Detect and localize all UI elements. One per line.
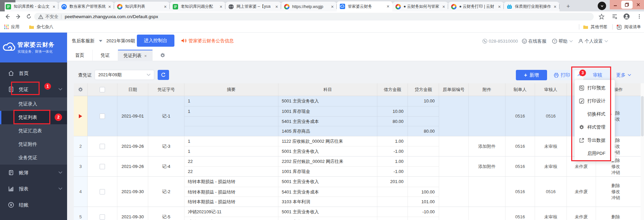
op-link-冲销[interactable]: 冲销 [611,170,626,176]
debit-column: 10.0080.00 [377,96,408,136]
new-tab-button[interactable]: + [564,2,572,10]
forward-icon[interactable] [15,13,21,20]
bookmark-folder[interactable]: 杂七杂八 [29,21,53,32]
page-tab-凭证[interactable]: 凭证 [93,50,118,61]
column-header-科目[interactable]: 科目 [278,83,377,96]
sidebar-item-label: 结账 [19,202,29,208]
column-header-审核人[interactable]: 审核人 [535,83,567,96]
table-scrollbar-thumb[interactable] [641,96,644,136]
browser-tab[interactable]: 老知识库问题分配× [170,2,225,11]
attachment-cell[interactable]: 添加附件 [469,136,505,156]
browser-tab[interactable]: ● 云财务打印 | 云财× [448,2,504,11]
help-menu[interactable]: ? 帮助 [552,33,572,50]
print-button[interactable]: 打印 [549,70,575,80]
maximize-button[interactable] [621,1,633,9]
sidebar-item-凭证附件[interactable]: 凭证附件 [0,138,67,151]
row-checkbox[interactable] [88,207,117,220]
close-button[interactable] [633,0,644,9]
enter-console-button[interactable]: 进入控制台 [137,35,174,47]
browser-tab[interactable]: https://help.wsgjp× [281,2,337,11]
not-secure-icon [38,14,43,19]
voucher-row[interactable]: 2021-09-01记-1115001 主营业务收入1001 库存现金5401 … [74,96,641,136]
tab-close-icon[interactable]: × [53,4,55,9]
account-column: 5001 主营业务收入5401 主营业务成本3103 本年利润 [278,177,377,207]
row-checkbox[interactable] [88,157,117,176]
voucher-row[interactable]: 52021-09-30记-5冲销202109记-11冲销202109记-1150… [74,207,641,220]
tabs-settings-gear-icon[interactable] [160,50,165,61]
sidebar-item-账簿[interactable]: 账簿 [0,165,67,181]
browser-tab[interactable]: 数当家客户管理系统× [58,2,114,11]
row-checkbox[interactable] [88,136,117,156]
sidebar-item-首页[interactable]: 首页 [0,65,67,81]
minimize-button[interactable] [610,0,621,9]
column-header-凭证字号[interactable]: 凭证字号 [148,83,184,96]
voucher-row[interactable]: 32021-09-26记-422222202 应付账款_00002 网店往来10… [74,157,641,177]
browser-tab[interactable]: 网上管家婆 –【yua× [225,2,281,11]
sidebar-item-报表[interactable]: 报表 [0,181,67,197]
tab-close-icon[interactable]: × [108,4,111,9]
browser-tab[interactable]: 保质期行业期初操作× [504,2,559,11]
tab-close-icon[interactable]: × [164,4,167,9]
page-tab-首页[interactable]: 首页 [67,50,93,61]
entry-line: 2202 应付账款_00002 网店往来 [278,157,377,166]
period-select[interactable]: 2021年09期 [95,70,154,80]
voucher-row[interactable]: 42021-09-30记-2结转本期损益 - 损益结转结转本期损益 - 损益结转… [74,177,641,207]
row-checkbox[interactable] [88,96,117,136]
op-link-修改[interactable]: 修改 [611,189,626,195]
tab-close-icon[interactable]: × [220,4,222,9]
address-bar[interactable]: 不安全 peethewmain.zhangyuxia.com.cn/Defaul… [34,13,594,20]
column-header-制单人[interactable]: 制单人 [505,83,535,96]
browser-tab[interactable]: 管家婆云财务× [337,1,392,11]
column-header-借方金额[interactable]: 借方金额 [377,83,408,96]
column-header-摘要[interactable]: 摘要 [184,83,278,96]
sidebar-item-凭证汇总表[interactable]: 凭证汇总表 [0,124,67,138]
tab-close-icon[interactable]: × [275,4,278,9]
sidebar-item-业务凭证[interactable]: 业务凭证 [0,151,67,165]
personal-settings-menu[interactable]: 个人设置 [578,33,607,50]
attachment-cell[interactable]: 添加附件 [469,157,505,176]
online-service[interactable]: 在线客服 [522,33,546,50]
reading-list[interactable]: 阅读清单 [616,21,641,32]
column-header-日期[interactable]: 日期 [117,83,148,96]
browser-tab[interactable]: 知识库列表× [114,2,170,11]
op-link-删除[interactable]: 删除 [611,183,626,189]
op-link-修改[interactable]: 修改 [611,164,626,170]
browser-tab[interactable]: 知识库质检 - 金山文× [3,2,58,11]
tab-close-icon[interactable]: × [498,4,501,9]
reload-icon[interactable] [25,13,32,20]
summary-column: 结转本期损益 - 损益结转结转本期损益 - 损益结转结转本期损益 - 损益结转 [184,177,278,207]
apps-shortcut[interactable]: 应用 [4,21,19,32]
refresh-button[interactable] [158,70,169,80]
column-header-贷方金额[interactable]: 贷方金额 [408,83,439,96]
page-tab-凭证列表[interactable]: 凭证列表× [118,50,153,61]
add-voucher-button[interactable]: +新增 [516,70,547,80]
other-bookmarks[interactable]: 其他书签 [583,21,607,32]
tab-close-icon[interactable]: × [331,4,334,9]
select-chevron-icon [147,74,151,76]
tab-close-icon[interactable]: × [442,4,445,9]
tab-close-icon[interactable]: × [387,4,389,9]
table-settings-gear-icon[interactable] [74,83,88,96]
column-header-附件[interactable]: 附件 [469,83,505,96]
tab-close-icon[interactable]: × [554,4,556,9]
profile-avatar[interactable] [623,13,630,20]
tab-close-icon[interactable]: × [144,53,147,58]
summary-column: 冲销202109记-11冲销202109记-11 [184,207,278,220]
column-header-原单据编号[interactable]: 原单据编号 [439,83,469,96]
voucher-row[interactable]: 22021-09-26记-3111122 应收账款_00002 网店往来5001… [74,136,641,157]
more-button[interactable]: 更多 [616,70,631,80]
bookmark-star-icon[interactable] [598,13,605,20]
media-control-button[interactable] [598,2,606,10]
account-name[interactable]: 售后客服新 [72,38,95,44]
op-link-删除[interactable]: 删除 [611,214,626,220]
browser-tab[interactable]: ● 云财务如何与管家× [392,2,448,11]
announcement-link[interactable]: 管家婆云财务公告信息 [189,38,234,44]
sidebar-item-结账[interactable]: 结账 [0,197,67,213]
back-icon[interactable] [4,13,11,20]
select-all-checkbox[interactable] [88,83,117,96]
row-checkbox[interactable] [88,177,117,207]
op-link-冲销[interactable]: 冲销 [611,195,626,201]
browser-menu-icon[interactable] [636,13,643,20]
reading-list-toolbar-icon[interactable] [611,13,618,20]
sidebar-item-凭证录入[interactable]: 凭证录入 [0,97,67,111]
